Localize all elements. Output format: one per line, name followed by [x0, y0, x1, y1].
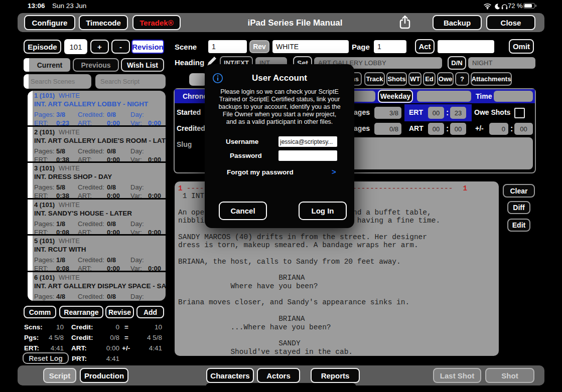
scene-list-item-6[interactable]: 6 (101)WHITE INT. ART GALLERY DISPLAY SP…: [28, 274, 166, 301]
tab-previous[interactable]: Previous: [73, 58, 119, 72]
password-input[interactable]: [278, 150, 337, 161]
teradek-button[interactable]: Teradek®: [132, 15, 181, 30]
slug-label: Slug: [177, 140, 192, 148]
clear-button[interactable]: Clear: [503, 184, 535, 198]
scene-list-item-1[interactable]: 1 (101)WHITE INT. ART GALLERY LOBBY - NI…: [28, 92, 166, 127]
home-indicator-area: [206, 383, 356, 392]
episode-decrement-button[interactable]: -: [111, 40, 130, 54]
edit-button[interactable]: Edit: [507, 219, 530, 232]
divider: [28, 271, 166, 272]
variance-seconds[interactable]: 00: [514, 123, 533, 135]
page-label: Page: [352, 43, 370, 51]
weekday-value[interactable]: [417, 91, 471, 102]
day-night-button[interactable]: D/N: [448, 56, 466, 70]
colon: :: [446, 108, 449, 117]
search-script-input[interactable]: [95, 74, 166, 89]
tab-ed[interactable]: Ed: [423, 72, 436, 86]
chronology-value[interactable]: [351, 91, 375, 102]
omit-button[interactable]: Omit: [509, 39, 534, 54]
art-seconds[interactable]: 00: [450, 123, 466, 135]
weekday-button[interactable]: Weekday: [378, 90, 413, 103]
tab-wt[interactable]: WT: [408, 72, 422, 86]
tab-wish-list[interactable]: Wish List: [121, 58, 164, 72]
forgot-password-link[interactable]: Forgot my password: [227, 168, 294, 176]
tab-actors[interactable]: Actors: [257, 368, 300, 383]
user-account-dialog: User Account Please login so we can chec…: [205, 64, 354, 228]
episode-increment-button[interactable]: +: [90, 40, 109, 54]
scene-list-item-5[interactable]: 5 (101)WHITE INT. RCUT WITH Pages:1/8Cre…: [28, 237, 166, 272]
art-minutes[interactable]: 00: [428, 123, 444, 135]
username-input[interactable]: [278, 136, 337, 147]
selection-strip: [24, 58, 29, 72]
status-time: 13:06: [28, 2, 45, 10]
tab-shots[interactable]: Shots: [386, 72, 407, 86]
tab-owe[interactable]: Owe: [437, 72, 454, 86]
share-icon[interactable]: [398, 15, 412, 33]
episode-button[interactable]: Episode: [24, 40, 61, 54]
last-shot-button[interactable]: Last Shot: [433, 368, 481, 383]
login-button[interactable]: Log In: [299, 202, 347, 220]
started-pages-value[interactable]: 3/8: [374, 107, 401, 119]
scene-list-item-2[interactable]: 2 (101)WHITE INT. ART GALLERY LADIE'S RO…: [28, 128, 166, 163]
toolbar-title: iPad Series File Manual: [218, 18, 372, 28]
backup-button[interactable]: Backup: [433, 15, 482, 30]
tab-help[interactable]: ?: [455, 72, 469, 86]
diff-button[interactable]: Diff: [507, 201, 530, 214]
comm-button[interactable]: Comm: [24, 306, 56, 318]
totals-row-pages: Pgs: 4 5/8 Credit: 0/8 = 4 5/8: [23, 334, 166, 343]
shot-button[interactable]: Shot: [485, 368, 534, 383]
colon: :: [446, 124, 449, 133]
totals-row-scenes: Scns: 10 Credit: 0 = 10: [23, 323, 166, 332]
revision-button[interactable]: Revision: [131, 40, 164, 54]
cancel-button[interactable]: Cancel: [219, 202, 267, 220]
configure-button[interactable]: Configure: [24, 15, 75, 30]
tab-fragment-selected[interactable]: [189, 73, 207, 86]
ert-seconds[interactable]: 23: [450, 107, 466, 119]
credited-pages-value[interactable]: 0/8: [374, 123, 401, 135]
divider: [28, 234, 166, 236]
battery-icon: [523, 3, 535, 9]
ert-label: ERT: [409, 108, 423, 116]
act-button[interactable]: Act: [415, 39, 435, 54]
page-number-input[interactable]: [374, 40, 406, 53]
tab-reports[interactable]: Reports: [311, 368, 360, 383]
dialog-title: User Account: [205, 73, 354, 83]
scene-list-item-4[interactable]: 4 (101)WHITE INT. SANDY'S HOUSE - LATER …: [28, 201, 166, 236]
owe-shots-checkbox[interactable]: [514, 108, 525, 118]
plus-minus-label: +/-: [475, 124, 484, 132]
time-value[interactable]: [494, 91, 533, 102]
add-button[interactable]: Add: [136, 306, 164, 318]
close-button[interactable]: Close: [486, 15, 535, 30]
search-scenes-wrap: [24, 74, 91, 89]
started-label: Started: [177, 108, 201, 116]
rev-button[interactable]: Rev: [249, 40, 269, 53]
tab-characters[interactable]: Characters: [206, 368, 254, 383]
search-scenes-input[interactable]: [29, 74, 91, 89]
scene-list-item-3[interactable]: 3 (101)WHITE INT. DRESS SHOP - DAY Pages…: [28, 164, 166, 200]
tab-current-label: Current: [29, 58, 70, 72]
revise-button[interactable]: Revise: [105, 306, 134, 318]
headphones-icon: [501, 3, 508, 12]
divider: [28, 198, 166, 200]
tab-track[interactable]: Track: [364, 72, 385, 86]
scene-number-input[interactable]: [208, 40, 247, 53]
episode-number-input[interactable]: [64, 39, 87, 54]
chevron-right-icon[interactable]: >: [332, 167, 336, 176]
revision-color-input[interactable]: [272, 40, 349, 53]
status-bar: 13:06 Sun 23 Jun 72 %: [0, 0, 562, 11]
tab-current[interactable]: Current: [24, 58, 70, 72]
variance-minutes[interactable]: 0: [489, 123, 508, 135]
day-night-value[interactable]: NIGHT: [468, 57, 535, 69]
tab-attachments[interactable]: Attachments: [471, 72, 512, 86]
tab-production[interactable]: Production: [80, 368, 128, 383]
ert-minutes[interactable]: 00: [428, 107, 444, 119]
act-value-input[interactable]: [438, 40, 494, 53]
timecode-button[interactable]: Timecode: [79, 15, 128, 30]
tab-script-bottom[interactable]: Script: [43, 368, 76, 383]
rearrange-button[interactable]: Rearrange: [59, 306, 103, 318]
divider: [28, 125, 166, 127]
selection-strip: [24, 74, 29, 89]
username-label: Username: [226, 138, 258, 145]
colon: :: [510, 124, 513, 133]
art-label: ART: [409, 124, 424, 132]
